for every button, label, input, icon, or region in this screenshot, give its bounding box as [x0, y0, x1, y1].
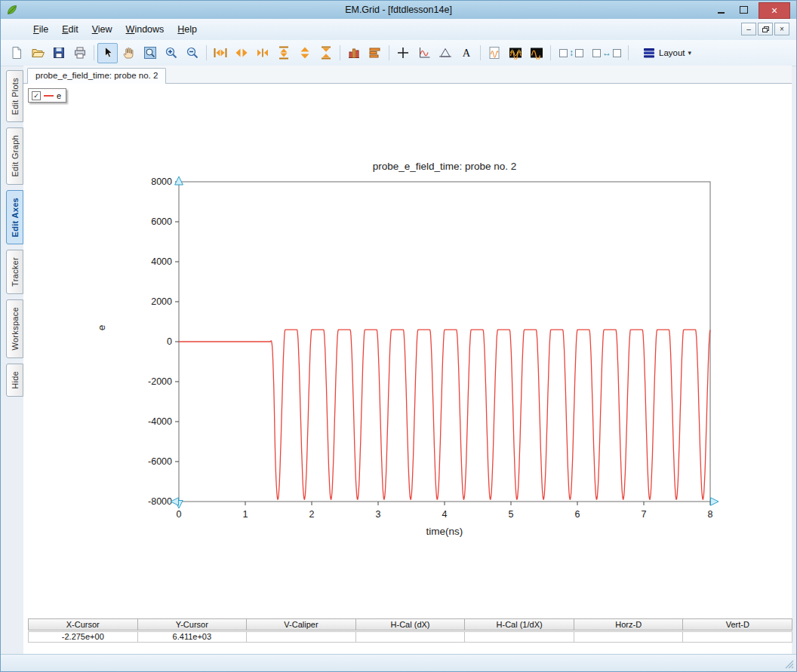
bar-graph-button[interactable]: [343, 43, 364, 63]
horizontal-bars-button[interactable]: [365, 43, 385, 63]
layout-menu-button[interactable]: Layout ▾: [636, 43, 697, 63]
menu-view[interactable]: View: [85, 21, 119, 38]
plot-box-icon: [559, 49, 568, 57]
window-title: EM.Grid - [fdtdlesson14e]: [91, 5, 706, 15]
toolbar-separator: [94, 45, 94, 60]
sidebar-tab-edit-axes[interactable]: Edit Axes: [6, 190, 23, 244]
toolbar-separator: [389, 45, 389, 60]
fit-y-axis-icon: [277, 46, 291, 60]
compress-y-axis-button[interactable]: [315, 43, 336, 63]
svg-text:-4000: -4000: [148, 416, 172, 427]
svg-text:8000: 8000: [151, 176, 172, 187]
readout-value-h-cal-dx: [355, 631, 466, 643]
page-waveform-button[interactable]: [484, 43, 504, 63]
floppy-disk-icon: [52, 46, 66, 60]
plot-area[interactable]: -8000-6000-4000-200002000400060008000012…: [134, 176, 730, 534]
layout-stack-icon: [642, 46, 656, 60]
document-tab[interactable]: probe_e_field_time: probe no. 2: [27, 68, 166, 84]
mdi-close-button[interactable]: ×: [774, 23, 789, 35]
chart-title: probe_e_field_time: probe no. 2: [179, 161, 710, 172]
readout-value-h-cal-1dx: [464, 631, 574, 643]
toolbar-separator: [206, 45, 207, 60]
print-button[interactable]: [69, 43, 90, 63]
close-button[interactable]: ×: [759, 2, 790, 19]
svg-text:4: 4: [442, 509, 448, 520]
axes-curve-icon: [417, 46, 431, 60]
svg-text:6: 6: [575, 509, 580, 520]
single-waveform-button[interactable]: [526, 43, 546, 63]
readout-header-h-cal-1dx: H-Cal (1/dX): [464, 618, 574, 631]
select-cursor-button[interactable]: [97, 43, 118, 63]
menu-file[interactable]: File: [26, 21, 55, 38]
toolbar: A ↕ ↔ Layout ▾: [1, 40, 796, 66]
readout-header-row: X-Cursor Y-Cursor V-Caliper H-Cal (dX) H…: [28, 618, 792, 631]
legend-panel[interactable]: ✓ e: [28, 88, 66, 103]
chevron-down-icon: ▾: [688, 49, 692, 57]
document-tabbar: probe_e_field_time: probe no. 2: [23, 66, 792, 84]
sidebar-tab-edit-graph[interactable]: Edit Graph: [6, 127, 23, 185]
sidebar-tab-tracker[interactable]: Tracker: [6, 250, 23, 294]
emgrid-window: EM.Grid - [fdtdlesson14e] × File Edit Vi…: [0, 0, 797, 672]
readout-value-horz-d: [574, 631, 684, 643]
readout-header-h-cal-dx: H-Cal (dX): [355, 618, 466, 631]
scroll-y-axis-button[interactable]: [294, 43, 315, 63]
hand-icon: [122, 46, 136, 60]
axes-curve-button[interactable]: [414, 43, 434, 63]
sidebar-tab-label: Tracker: [11, 257, 20, 287]
open-file-button[interactable]: [27, 43, 48, 63]
svg-text:0: 0: [167, 336, 172, 347]
arrange-horizontal-button[interactable]: ↔: [589, 43, 624, 63]
sidebar-tab-label: Edit Graph: [11, 135, 20, 177]
plot-box-icon: [592, 49, 601, 57]
mdi-minimize-button[interactable]: –: [741, 23, 756, 35]
cross-marker-button[interactable]: [392, 43, 413, 63]
sidebar-tab-workspace[interactable]: Workspace: [6, 299, 23, 358]
cross-marker-icon: [396, 46, 410, 60]
minimize-button[interactable]: [711, 2, 731, 17]
scroll-x-axis-icon: [235, 46, 248, 60]
fit-y-axis-button[interactable]: [273, 43, 294, 63]
text-letter-icon: A: [460, 46, 473, 60]
compress-y-axis-icon: [319, 46, 333, 60]
save-button[interactable]: [48, 43, 69, 63]
dual-waveform-button[interactable]: [505, 43, 525, 63]
new-document-button[interactable]: [6, 43, 26, 63]
sidebar-tab-hide[interactable]: Hide: [6, 364, 23, 397]
compress-x-axis-button[interactable]: [252, 43, 272, 63]
single-waveform-icon: [530, 46, 543, 60]
scroll-x-axis-button[interactable]: [231, 43, 251, 63]
sidebar-tab-edit-plots[interactable]: Edit Plots: [6, 70, 23, 122]
zoom-window-button[interactable]: [140, 43, 160, 63]
bar-graph-icon: [347, 46, 361, 60]
pan-hand-button[interactable]: [118, 43, 139, 63]
cursor-arrow-icon: [101, 46, 115, 60]
zoom-in-button[interactable]: [161, 43, 181, 63]
svg-text:5: 5: [509, 509, 514, 520]
resize-grip-icon[interactable]: [784, 659, 794, 669]
mdi-window-controls: – ×: [741, 23, 789, 35]
fit-x-axis-button[interactable]: [210, 43, 230, 63]
svg-text:-2000: -2000: [148, 376, 172, 387]
add-text-button[interactable]: A: [456, 43, 476, 63]
compress-x-axis-icon: [256, 46, 269, 60]
zoom-out-button[interactable]: [182, 43, 202, 63]
toolbar-separator: [340, 45, 340, 60]
arrange-vertical-button[interactable]: ↕: [554, 43, 589, 63]
svg-text:2000: 2000: [151, 296, 172, 307]
mdi-restore-button[interactable]: [758, 23, 773, 35]
readout-value-vert-d: [682, 631, 792, 643]
cursor-readout-table: X-Cursor Y-Cursor V-Caliper H-Cal (dX) H…: [28, 618, 792, 643]
delta-caliper-button[interactable]: [435, 43, 455, 63]
svg-text:-6000: -6000: [148, 456, 172, 467]
maximize-button[interactable]: [734, 2, 754, 17]
page-waveform-icon: [488, 46, 501, 60]
svg-text:8: 8: [708, 509, 713, 520]
menu-help[interactable]: Help: [171, 21, 204, 38]
menu-edit[interactable]: Edit: [55, 21, 85, 38]
sidebar-tab-label: Workspace: [11, 307, 20, 351]
x-axis-label: time(ns): [179, 526, 710, 537]
svg-text:1: 1: [243, 509, 248, 520]
legend-checkbox[interactable]: ✓: [32, 91, 41, 100]
menu-windows[interactable]: Windows: [119, 21, 171, 38]
fit-x-axis-icon: [214, 46, 227, 60]
